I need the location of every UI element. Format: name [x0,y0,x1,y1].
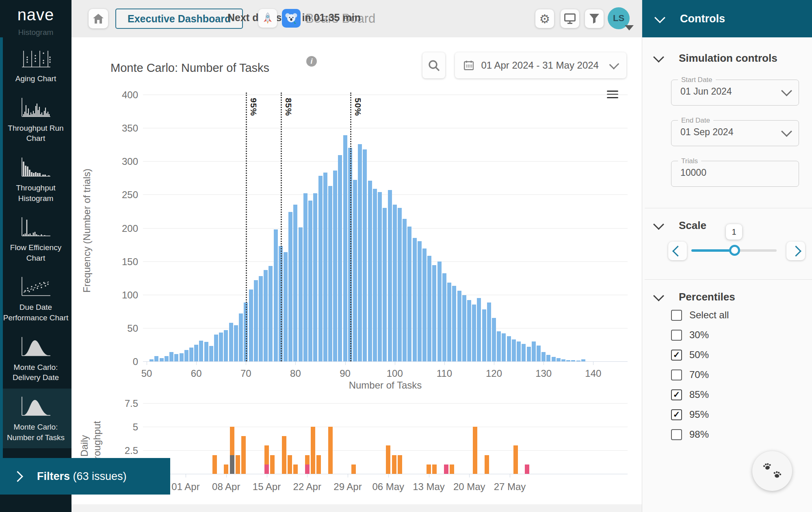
throughput-bar-segment[interactable] [264,445,269,464]
histogram-bar[interactable] [264,270,268,361]
percentile-row-95[interactable]: ✓95% [671,409,709,420]
throughput-bar-segment[interactable] [282,436,286,474]
throughput-bar-segment[interactable] [264,464,269,474]
percentiles-section-header[interactable]: Percentiles [655,291,735,303]
histogram-bar[interactable] [180,353,184,361]
histogram-bar[interactable] [447,283,451,361]
histogram-bar[interactable] [318,176,323,361]
histogram-bar[interactable] [313,193,317,361]
start-date-select[interactable]: Start Date 01 Jun 2024 [671,80,799,106]
histogram-bar[interactable] [333,171,337,361]
checkbox-icon[interactable]: ✓ [671,389,682,400]
histogram-bar[interactable] [259,276,263,361]
histogram-bar[interactable] [189,348,193,361]
throughput-bar-segment[interactable] [398,455,402,474]
trials-input[interactable]: Trials 10000 [671,161,799,187]
histogram-bar[interactable] [209,346,213,361]
scale-section-header[interactable]: Scale [655,219,706,232]
avatar-dropdown-caret[interactable] [625,25,634,30]
sidebar-item-aging-chart[interactable]: Aging Chart [0,42,71,90]
histogram-bar[interactable] [497,331,501,361]
histogram-bar[interactable] [407,227,411,361]
histogram-bar[interactable] [522,344,526,361]
histogram-bar[interactable] [571,360,575,361]
percentile-row-30[interactable]: 30% [671,329,709,341]
histogram-bar[interactable] [561,359,565,361]
histogram-bar[interactable] [239,313,243,361]
histogram-bar[interactable] [308,201,312,361]
histogram-bar[interactable] [229,323,233,361]
histogram-bar[interactable] [566,360,570,361]
sidebar-item-monte-carlo-number-of-tasks[interactable]: Monte Carlo: Number of Tasks [0,389,71,448]
histogram-bar[interactable] [556,358,561,361]
checkbox-icon[interactable] [671,310,682,321]
sidebar-item-throughput-histogram[interactable]: Throughput Histogram [0,149,71,209]
histogram-bar[interactable] [472,305,476,361]
throughput-bar-segment[interactable] [230,427,234,455]
histogram-bar[interactable] [169,352,173,361]
histogram-bar[interactable] [507,336,511,361]
histogram-bar[interactable] [368,181,372,361]
histogram-bar[interactable] [288,212,292,361]
histogram-bar[interactable] [418,241,422,361]
histogram-bar[interactable] [452,286,456,361]
sidebar-item-flow-efficiency-chart[interactable]: Flow Efficiency Chart [0,209,71,269]
sidebar-item-throughput-run-chart[interactable]: Throughput Run Chart [0,90,71,149]
histogram-bar[interactable] [532,341,536,361]
histogram-bar[interactable] [269,266,273,361]
throughput-bar-segment[interactable] [444,464,448,474]
sidebar-item-monte-carlo-delivery-date[interactable]: Monte Carlo: Delivery Date [0,329,71,389]
histogram-bar[interactable] [194,345,198,361]
histogram-bar[interactable] [552,357,556,361]
histogram-bar[interactable] [184,350,188,361]
histogram-bar[interactable] [482,309,486,361]
histogram-bar[interactable] [219,333,223,361]
throughput-bar-segment[interactable] [386,445,390,474]
scale-increase-button[interactable] [786,242,805,260]
histogram-bar[interactable] [338,155,342,361]
histogram-bar[interactable] [154,356,158,361]
histogram-bar[interactable] [299,227,303,361]
throughput-bar-segment[interactable] [328,427,333,474]
histogram-bar[interactable] [358,144,362,361]
histogram-bar[interactable] [427,256,431,361]
histogram-bar[interactable] [388,190,392,361]
date-range-picker[interactable]: 01 Apr 2024 - 31 May 2024 [455,52,626,78]
histogram-bar[interactable] [537,346,541,361]
sidebar-item-due-date-performance-chart[interactable]: Due Date Performance Chart [0,269,71,328]
checkbox-icon[interactable] [671,330,682,341]
executive-dashboard-button[interactable]: Executive Dashboard [115,9,243,29]
histogram-bar[interactable] [328,186,332,361]
histogram-bar[interactable] [284,252,288,361]
histogram-bar[interactable] [517,341,521,361]
throughput-bar-segment[interactable] [305,455,310,464]
histogram-bar[interactable] [373,189,377,361]
histogram-bar[interactable] [576,361,580,361]
histogram-bar[interactable] [224,330,228,361]
throughput-bar-segment[interactable] [316,455,321,474]
histogram-bar[interactable] [512,339,516,361]
search-button[interactable] [422,52,445,78]
percentile-row-70[interactable]: 70% [671,369,709,380]
throughput-bar-segment[interactable] [473,427,477,474]
throughput-bar-segment[interactable] [351,464,356,474]
throughput-bar-segment[interactable] [427,464,431,474]
throughput-bar-segment[interactable] [450,464,454,474]
percentile-row-85[interactable]: ✓85% [671,389,709,400]
histogram-bar[interactable] [353,180,357,361]
sidebar-item-partial[interactable]: Histogram [0,28,71,39]
histogram-bar[interactable] [457,291,461,361]
histogram-bar[interactable] [492,318,496,361]
scale-decrease-button[interactable] [668,242,687,260]
checkbox-icon[interactable]: ✓ [671,409,682,420]
checkbox-icon[interactable]: ✓ [671,350,682,361]
display-button[interactable] [561,9,579,28]
throughput-bar-segment[interactable] [236,455,240,474]
histogram-bar[interactable] [432,265,436,361]
checkbox-icon[interactable] [671,429,682,440]
throughput-bar-segment[interactable] [525,464,529,474]
histogram-bar[interactable] [323,173,327,361]
histogram-bar[interactable] [214,335,218,361]
histogram-bar[interactable] [422,248,427,361]
percentile-row-50[interactable]: ✓50% [671,349,709,361]
